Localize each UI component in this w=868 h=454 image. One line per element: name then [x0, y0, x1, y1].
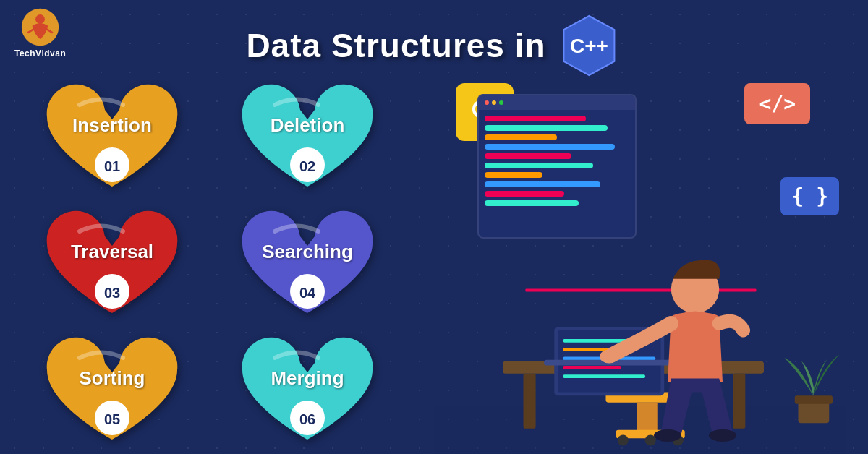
illustration-area: </> { } — [434, 0, 868, 454]
svg-rect-36 — [525, 289, 756, 292]
editor-dot-red — [485, 100, 489, 105]
code-line-6 — [485, 163, 593, 168]
svg-text:03: 03 — [104, 285, 120, 301]
svg-point-46 — [709, 429, 736, 442]
svg-text:Merging: Merging — [271, 367, 344, 389]
code-line-3 — [485, 134, 557, 140]
op-card-sorting: Sorting 05 — [22, 333, 203, 454]
op-card-merging: Merging 06 — [217, 333, 398, 454]
svg-text:Deletion: Deletion — [271, 114, 345, 136]
op-card-deletion: Deletion 02 — [217, 80, 398, 202]
editor-header — [479, 95, 635, 110]
svg-point-31 — [618, 434, 629, 445]
op-card-traversal: Traversal 03 — [22, 206, 203, 329]
logo-area: TechVidvan — [14, 7, 66, 59]
svg-rect-26 — [524, 374, 536, 429]
svg-point-44 — [600, 350, 619, 364]
svg-point-1 — [35, 14, 45, 24]
op-card-insertion: Insertion 01 — [22, 80, 203, 202]
person-desk-illustration — [434, 179, 846, 454]
svg-text:Searching: Searching — [262, 241, 353, 262]
svg-text:04: 04 — [299, 285, 316, 301]
svg-text:Sorting: Sorting — [80, 367, 145, 389]
code-line-4 — [485, 144, 615, 150]
code-tag-label: </> — [759, 92, 796, 116]
svg-text:02: 02 — [299, 158, 315, 174]
techvidvan-logo-icon — [20, 7, 60, 47]
svg-rect-27 — [733, 374, 745, 429]
svg-point-45 — [654, 429, 681, 442]
svg-text:Traversal: Traversal — [71, 241, 153, 262]
code-line-1 — [485, 116, 586, 121]
svg-text:01: 01 — [104, 158, 120, 174]
op-card-searching: Searching 04 — [217, 206, 398, 329]
code-line-2 — [485, 125, 608, 131]
code-line-7 — [485, 172, 542, 178]
editor-dot-green — [499, 100, 503, 105]
svg-rect-48 — [795, 395, 833, 403]
code-line-5 — [485, 153, 571, 159]
editor-dot-yellow — [492, 100, 496, 105]
svg-text:05: 05 — [104, 411, 120, 427]
svg-text:Insertion: Insertion — [72, 114, 152, 136]
svg-text:06: 06 — [299, 411, 315, 427]
brand-name: TechVidvan — [14, 48, 66, 59]
operations-grid: Insertion 01 Deletion 02 — [22, 80, 398, 454]
code-tag-box: </> — [744, 83, 810, 124]
